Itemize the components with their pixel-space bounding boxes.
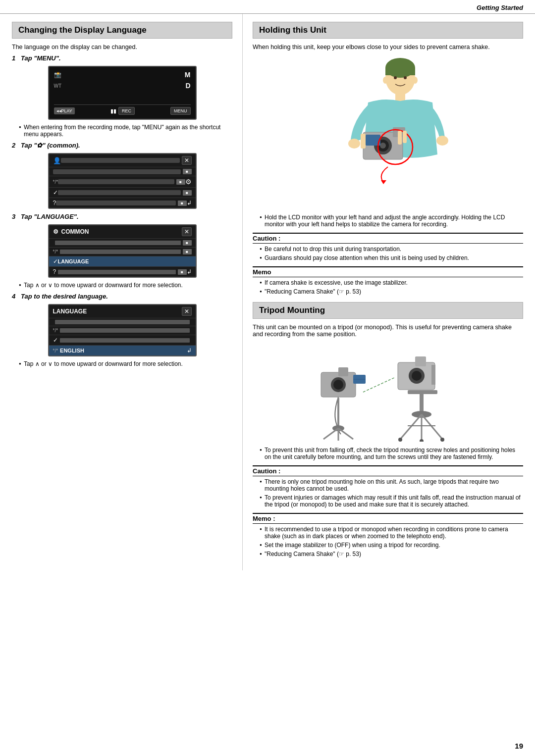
tripod-caution-section: Caution : There is only one tripod mount… bbox=[253, 465, 523, 508]
holding-caution-1: Be careful not to drop this unit during … bbox=[260, 246, 523, 252]
back-icon-l: ↲ bbox=[187, 347, 192, 354]
tripod-illustration bbox=[309, 343, 467, 442]
pause-icon: ▮▮ bbox=[110, 108, 116, 114]
back-icon-c: ↲ bbox=[187, 268, 192, 275]
step4: 4 Tap to the desired language. LANGUAGE … bbox=[12, 293, 232, 367]
rec-btn: REC bbox=[118, 107, 135, 115]
ratio-label-c: */* bbox=[53, 249, 58, 254]
check-icon-c: ✓ bbox=[53, 258, 58, 265]
left-intro: The language on the display can be chang… bbox=[12, 44, 232, 50]
svg-rect-20 bbox=[398, 131, 402, 145]
holding-memo-2: "Reducing Camera Shake" (☞ p. 53) bbox=[260, 288, 523, 295]
step2: 2 Tap "✿" (common). 👤 ✕ ■ */* ■ bbox=[12, 142, 232, 209]
holding-caution-2: Guardians should pay close attention whe… bbox=[260, 254, 523, 261]
tripod-memo-3: "Reducing Camera Shake" (☞ p. 53) bbox=[260, 551, 523, 557]
holding-bullet1: Hold the LCD monitor with your left hand… bbox=[260, 214, 523, 228]
tripod-illustration-container bbox=[253, 343, 523, 442]
svg-point-4 bbox=[394, 76, 397, 79]
holding-illustration-container bbox=[253, 55, 523, 209]
badge1: ■ bbox=[183, 169, 192, 174]
svg-point-5 bbox=[404, 76, 407, 79]
holding-intro: When holding this unit, keep your elbows… bbox=[253, 44, 523, 50]
back-icon: ↲ bbox=[187, 200, 192, 206]
tripod-memo-2: Set the image stabilizer to (OFF) when u… bbox=[260, 542, 523, 549]
step1: 1 Tap "MENU". 📸 M WT D ◂◂PLAY ▮▮ bbox=[12, 54, 232, 138]
menu-btn-screen: MENU bbox=[170, 107, 191, 115]
english-label: ENGLISH bbox=[60, 348, 84, 353]
person-illustration bbox=[319, 55, 457, 209]
svg-point-6 bbox=[383, 77, 388, 84]
tripod-caution-label: Caution : bbox=[253, 467, 280, 475]
tripod-memo-label: Memo : bbox=[253, 515, 275, 522]
step4-text: Tap to the desired language. bbox=[21, 293, 108, 300]
step3-text: Tap "LANGUAGE". bbox=[21, 213, 79, 220]
tripod-intro: This unit can be mounted on a tripod (or… bbox=[253, 324, 523, 338]
tripod-caution-2: To prevent injuries or damages which may… bbox=[260, 494, 523, 508]
svg-point-15 bbox=[380, 143, 386, 149]
step1-label: 1 Tap "MENU". bbox=[12, 54, 232, 62]
tripod-bullet1: To prevent this unit from falling off, c… bbox=[260, 447, 523, 460]
language-label-3: LANGUAGE bbox=[58, 258, 89, 264]
close-icon-3: ✕ bbox=[182, 227, 192, 236]
step3: 3 Tap "LANGUAGE". ⚙ COMMON ✕ ■ bbox=[12, 213, 232, 289]
tripod-title: Tripod Mounting bbox=[253, 302, 523, 319]
question-icon-c: ? bbox=[53, 268, 56, 275]
holding-memo-header: Memo bbox=[253, 266, 523, 277]
svg-point-7 bbox=[413, 77, 418, 84]
step3-label: 3 Tap "LANGUAGE". bbox=[12, 213, 232, 220]
badge2: ■ bbox=[176, 179, 185, 185]
step1-bullet: When entering from the recording mode, t… bbox=[19, 124, 232, 138]
question-icon: ? bbox=[53, 200, 56, 206]
svg-rect-21 bbox=[403, 131, 407, 143]
svg-point-9 bbox=[348, 139, 360, 149]
holding-memo-section: Memo If camera shake is excessive, use t… bbox=[253, 266, 523, 295]
holding-title: Holding this Unit bbox=[253, 22, 523, 39]
common-screen: ⚙ COMMON ✕ ■ */* ■ ✓ LANGUAGE bbox=[48, 224, 197, 278]
tripod-memo-header: Memo : bbox=[253, 513, 523, 524]
badge-c2: ■ bbox=[183, 249, 192, 254]
tripod-caution-header: Caution : bbox=[253, 465, 523, 476]
step4-bullet: Tap ∧ or ∨ to move upward or downward fo… bbox=[19, 360, 232, 367]
check-icon-l: ✓ bbox=[53, 337, 58, 344]
tripod-memo-1: It is recommended to use a tripod or mon… bbox=[260, 526, 523, 540]
badge4: ■ bbox=[178, 201, 187, 206]
left-section-title: Changing the Display Language bbox=[12, 22, 232, 39]
step1-text: Tap "MENU". bbox=[21, 54, 60, 62]
step2-label: 2 Tap "✿" (common). bbox=[12, 142, 232, 149]
gear-icon: ⚙ bbox=[185, 178, 192, 186]
svg-point-37 bbox=[412, 371, 422, 381]
play-btn: ◂◂PLAY bbox=[54, 107, 75, 114]
caution-label: Caution : bbox=[253, 235, 280, 242]
svg-point-26 bbox=[333, 380, 343, 390]
page-header: Getting Started bbox=[0, 0, 535, 14]
svg-point-48 bbox=[440, 438, 444, 442]
menu-screen-1: 📸 M WT D ◂◂PLAY ▮▮ REC MENU bbox=[48, 66, 197, 120]
wt-label: WT bbox=[54, 83, 62, 89]
step4-label: 4 Tap to the desired language. bbox=[12, 293, 232, 300]
ratio-label: */* bbox=[53, 179, 58, 185]
left-column: Changing the Display Language The langua… bbox=[0, 14, 243, 570]
badge-c3: ■ bbox=[178, 269, 187, 275]
svg-rect-35 bbox=[415, 356, 426, 366]
svg-point-46 bbox=[398, 438, 402, 442]
tripod-memo-section: Memo : It is recommended to use a tripod… bbox=[253, 513, 523, 557]
ratio-label-e: */* bbox=[53, 348, 58, 353]
m-label: M bbox=[185, 71, 191, 79]
person-icon: 👤 bbox=[53, 157, 61, 164]
memo-label: Memo bbox=[253, 268, 271, 276]
d-label: D bbox=[185, 82, 190, 90]
step3-bullet: Tap ∧ or ∨ to move upward or downward fo… bbox=[19, 282, 232, 289]
tripod-caution-1: There is only one tripod mounting hole o… bbox=[260, 478, 523, 492]
close-icon-4: ✕ bbox=[182, 307, 192, 316]
check-icon: ✓ bbox=[53, 189, 58, 196]
right-column: Holding this Unit When holding this unit… bbox=[243, 14, 535, 570]
svg-rect-3 bbox=[385, 68, 415, 75]
common-label: COMMON bbox=[61, 228, 89, 235]
badge-c1: ■ bbox=[183, 240, 192, 246]
svg-point-10 bbox=[436, 136, 448, 146]
gear-icon-common: ⚙ bbox=[53, 228, 58, 235]
svg-rect-19 bbox=[361, 134, 366, 149]
svg-rect-29 bbox=[337, 398, 339, 428]
holding-memo-1: If camera shake is excessive, use the im… bbox=[260, 279, 523, 286]
lang-screen: LANGUAGE ✕ */* ✓ */* EN bbox=[48, 304, 197, 356]
